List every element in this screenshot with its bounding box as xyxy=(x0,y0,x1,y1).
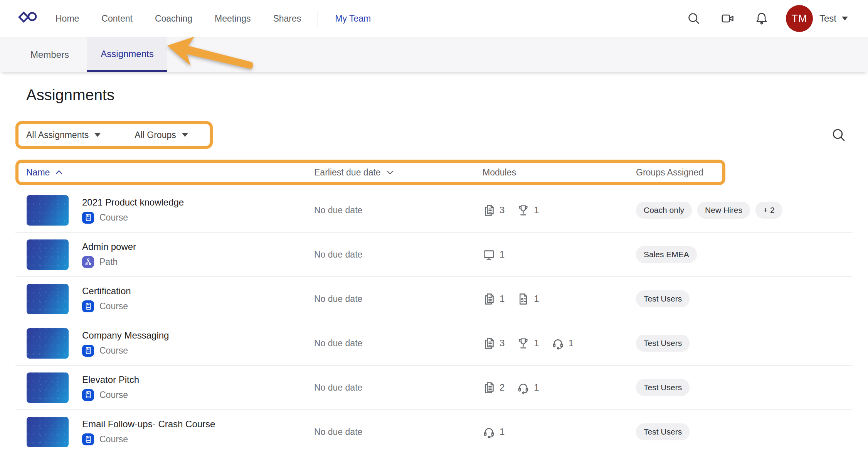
modules-cell: 1 xyxy=(483,426,636,438)
earliest-due-date: No due date xyxy=(314,383,483,393)
table-row[interactable]: Elevator Pitch Course No due date 21 Tes… xyxy=(15,366,853,410)
group-badge: Test Users xyxy=(636,290,690,307)
user-menu-caret-icon[interactable] xyxy=(842,17,848,20)
groups-filter-value: All Groups xyxy=(135,130,176,140)
course-book-icon xyxy=(82,433,94,445)
chevron-down-icon xyxy=(182,133,188,137)
column-header-earliest-due-date[interactable]: Earliest due date xyxy=(314,163,395,182)
path-branch-icon xyxy=(82,256,94,268)
sort-ascending-icon xyxy=(54,168,64,177)
table-row[interactable]: Certification Course No due date 11 Test… xyxy=(15,277,853,321)
trophy-icon: 1 xyxy=(517,337,539,350)
assignment-name: Certification xyxy=(82,286,131,297)
headset-icon: 1 xyxy=(517,381,539,394)
top-navbar: Home Content Coaching Meetings Shares My… xyxy=(0,0,868,37)
course-book-icon xyxy=(82,212,94,224)
earliest-due-date: No due date xyxy=(314,294,483,304)
group-badge: New Hires xyxy=(697,202,750,219)
app-window: Home Content Coaching Meetings Shares My… xyxy=(0,0,868,455)
groups-cell: Test Users xyxy=(636,335,853,352)
nav-items: Home Content Coaching Meetings Shares My… xyxy=(44,0,371,37)
navbar-actions: TM Test xyxy=(667,0,848,37)
group-badge: Test Users xyxy=(636,423,690,440)
nav-item-my-team[interactable]: My Team xyxy=(335,0,371,37)
column-header-groups-assigned: Groups Assigned xyxy=(636,163,703,182)
group-badge: Test Users xyxy=(636,335,690,352)
chevron-down-icon xyxy=(94,133,101,137)
assignment-type-label: Course xyxy=(99,345,128,356)
nav-item-meetings[interactable]: Meetings xyxy=(204,0,262,37)
nav-item-content[interactable]: Content xyxy=(90,0,144,37)
pages-icon: 3 xyxy=(483,337,505,350)
assignment-name: Company Messaging xyxy=(82,330,169,341)
assignment-thumbnail xyxy=(27,195,69,226)
groups-cell: Test Users xyxy=(636,379,853,396)
assignment-thumbnail xyxy=(27,417,69,447)
pages-icon: 1 xyxy=(483,293,505,305)
assignment-thumbnail xyxy=(27,239,69,270)
bell-icon[interactable] xyxy=(755,12,769,25)
assignment-type-label: Course xyxy=(99,301,128,312)
avatar[interactable]: TM xyxy=(786,5,813,32)
table-row[interactable]: Admin power Path No due date 1 Sales EME… xyxy=(15,233,853,277)
modules-cell: 1 xyxy=(483,248,636,261)
quiz-icon: 1 xyxy=(517,293,539,305)
modules-cell: 21 xyxy=(483,381,636,394)
headset-icon: 1 xyxy=(552,337,574,350)
modules-cell: 11 xyxy=(483,293,636,305)
assignment-type-label: Course xyxy=(99,212,128,223)
groups-cell: Sales EMEA xyxy=(636,246,853,263)
table-row[interactable]: 2021 Product knowledge Course No due dat… xyxy=(15,188,853,233)
assignment-name: Admin power xyxy=(82,241,136,252)
headset-icon: 1 xyxy=(483,426,505,438)
group-badge: Sales EMEA xyxy=(636,246,697,263)
assignment-type-label: Path xyxy=(99,257,118,267)
user-menu-label[interactable]: Test xyxy=(819,13,836,24)
groups-cell: Test Users xyxy=(636,423,853,440)
tab-members[interactable]: Members xyxy=(12,37,87,72)
table-header-annotation-box: Name Earliest due date Modules Groups As… xyxy=(15,160,725,185)
search-icon[interactable] xyxy=(687,12,701,25)
groups-cell: Test Users xyxy=(636,290,853,307)
assignment-thumbnail xyxy=(27,328,69,359)
earliest-due-date: No due date xyxy=(314,338,483,349)
assignment-thumbnail xyxy=(27,372,69,403)
earliest-due-date: No due date xyxy=(314,205,483,216)
groups-filter-dropdown[interactable]: All Groups xyxy=(135,130,188,140)
pages-icon: 3 xyxy=(483,204,505,217)
assignment-thumbnail xyxy=(27,284,69,314)
table-search-icon[interactable] xyxy=(831,127,846,143)
chevron-down-icon xyxy=(385,168,395,177)
assignments-filter-dropdown[interactable]: All Assignments xyxy=(26,130,101,140)
video-icon[interactable] xyxy=(721,12,735,25)
column-header-modules: Modules xyxy=(483,163,516,182)
earliest-due-date: No due date xyxy=(314,427,483,437)
trophy-icon: 1 xyxy=(517,204,539,217)
seismic-logo-icon[interactable] xyxy=(19,11,38,26)
course-book-icon xyxy=(82,300,94,312)
nav-item-shares[interactable]: Shares xyxy=(262,0,312,37)
course-book-icon xyxy=(82,389,94,401)
team-tabbar: Members Assignments xyxy=(0,37,868,72)
column-header-name[interactable]: Name xyxy=(26,163,64,182)
pages-icon: 2 xyxy=(483,381,505,394)
filters-annotation-box: All Assignments All Groups xyxy=(15,121,213,149)
assignment-name: 2021 Product knowledge xyxy=(82,197,184,208)
nav-item-home[interactable]: Home xyxy=(44,0,90,37)
course-book-icon xyxy=(82,345,94,357)
earliest-due-date: No due date xyxy=(314,249,483,260)
tab-assignments[interactable]: Assignments xyxy=(87,37,167,72)
assignment-name: Email Follow-ups- Crash Course xyxy=(82,419,215,430)
groups-cell: Coach onlyNew Hires+ 2 xyxy=(636,202,853,219)
nav-item-coaching[interactable]: Coaching xyxy=(144,0,204,37)
table-row[interactable]: Email Follow-ups- Crash Course Course No… xyxy=(15,410,853,454)
monitor-icon: 1 xyxy=(483,248,505,261)
assignment-type-label: Course xyxy=(99,434,128,445)
assignment-type-label: Course xyxy=(99,390,128,400)
group-badge: Coach only xyxy=(636,202,692,219)
nav-divider xyxy=(318,10,318,27)
modules-cell: 31 xyxy=(483,204,636,217)
table-row[interactable]: Company Messaging Course No due date 311… xyxy=(15,321,853,366)
assignments-table: 2021 Product knowledge Course No due dat… xyxy=(15,188,853,454)
assignments-filter-value: All Assignments xyxy=(26,130,89,140)
